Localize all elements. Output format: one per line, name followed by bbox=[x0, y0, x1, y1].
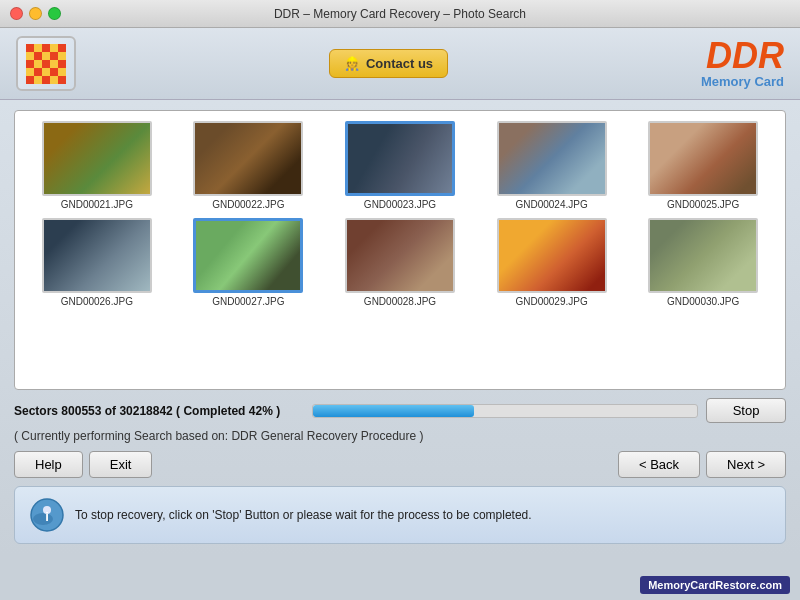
maximize-button[interactable] bbox=[48, 7, 61, 20]
photo-thumbnail[interactable] bbox=[193, 218, 303, 293]
photo-filename: GND00021.JPG bbox=[61, 199, 133, 210]
photo-filename: GND00028.JPG bbox=[364, 296, 436, 307]
contact-label: Contact us bbox=[366, 56, 433, 71]
photo-item[interactable]: GND00028.JPG bbox=[328, 218, 472, 307]
info-box: i To stop recovery, click on 'Stop' Butt… bbox=[14, 486, 786, 544]
photo-item[interactable]: GND00024.JPG bbox=[480, 121, 624, 210]
close-button[interactable] bbox=[10, 7, 23, 20]
stop-button[interactable]: Stop bbox=[706, 398, 786, 423]
back-button[interactable]: < Back bbox=[618, 451, 700, 478]
photo-item[interactable]: GND00021.JPG bbox=[25, 121, 169, 210]
header: 👷 Contact us DDR Memory Card bbox=[0, 28, 800, 100]
photo-filename: GND00025.JPG bbox=[667, 199, 739, 210]
photo-grid: GND00021.JPGGND00022.JPGGND00023.JPGGND0… bbox=[25, 121, 775, 307]
progress-bar-container bbox=[312, 404, 698, 418]
photo-item[interactable]: GND00026.JPG bbox=[25, 218, 169, 307]
svg-point-1 bbox=[33, 513, 53, 525]
photo-filename: GND00022.JPG bbox=[212, 199, 284, 210]
footer-watermark: MemoryCardRestore.com bbox=[640, 576, 790, 594]
photo-item[interactable]: GND00025.JPG bbox=[631, 121, 775, 210]
exit-button[interactable]: Exit bbox=[89, 451, 153, 478]
photo-filename: GND00023.JPG bbox=[364, 199, 436, 210]
photo-filename: GND00026.JPG bbox=[61, 296, 133, 307]
progress-text: Sectors 800553 of 30218842 ( Completed 4… bbox=[14, 404, 304, 418]
photo-filename: GND00024.JPG bbox=[515, 199, 587, 210]
photo-thumbnail[interactable] bbox=[497, 218, 607, 293]
contact-button[interactable]: 👷 Contact us bbox=[329, 49, 448, 78]
photo-filename: GND00027.JPG bbox=[212, 296, 284, 307]
photo-thumbnail[interactable] bbox=[345, 121, 455, 196]
photo-filename: GND00029.JPG bbox=[515, 296, 587, 307]
navigation-buttons: Help Exit < Back Next > bbox=[14, 451, 786, 478]
photo-thumbnail[interactable] bbox=[345, 218, 455, 293]
title-bar: DDR – Memory Card Recovery – Photo Searc… bbox=[0, 0, 800, 28]
main-content: GND00021.JPGGND00022.JPGGND00023.JPGGND0… bbox=[0, 100, 800, 554]
photo-item[interactable]: GND00027.JPG bbox=[177, 218, 321, 307]
app-logo bbox=[16, 36, 76, 91]
photo-thumbnail[interactable] bbox=[648, 121, 758, 196]
photo-thumbnail[interactable] bbox=[42, 121, 152, 196]
svg-text:i: i bbox=[45, 509, 49, 524]
info-message: To stop recovery, click on 'Stop' Button… bbox=[75, 508, 532, 522]
photo-item[interactable]: GND00023.JPG bbox=[328, 121, 472, 210]
photo-filename: GND00030.JPG bbox=[667, 296, 739, 307]
progress-area: Sectors 800553 of 30218842 ( Completed 4… bbox=[14, 398, 786, 423]
minimize-button[interactable] bbox=[29, 7, 42, 20]
photo-thumbnail[interactable] bbox=[648, 218, 758, 293]
brand: DDR Memory Card bbox=[701, 38, 784, 89]
help-button[interactable]: Help bbox=[14, 451, 83, 478]
photo-thumbnail[interactable] bbox=[42, 218, 152, 293]
photo-thumbnail[interactable] bbox=[193, 121, 303, 196]
contact-icon: 👷 bbox=[344, 56, 360, 71]
photo-grid-container[interactable]: GND00021.JPGGND00022.JPGGND00023.JPGGND0… bbox=[14, 110, 786, 390]
window-controls[interactable] bbox=[10, 7, 61, 20]
photo-item[interactable]: GND00022.JPG bbox=[177, 121, 321, 210]
next-button[interactable]: Next > bbox=[706, 451, 786, 478]
checkerboard-logo bbox=[26, 44, 66, 84]
photo-item[interactable]: GND00030.JPG bbox=[631, 218, 775, 307]
photo-thumbnail[interactable] bbox=[497, 121, 607, 196]
progress-bar-fill bbox=[313, 405, 474, 417]
brand-name: DDR bbox=[701, 38, 784, 74]
status-text: ( Currently performing Search based on: … bbox=[14, 429, 786, 443]
info-icon: i bbox=[29, 497, 65, 533]
window-title: DDR – Memory Card Recovery – Photo Searc… bbox=[274, 7, 526, 21]
photo-item[interactable]: GND00029.JPG bbox=[480, 218, 624, 307]
brand-subtitle: Memory Card bbox=[701, 74, 784, 89]
